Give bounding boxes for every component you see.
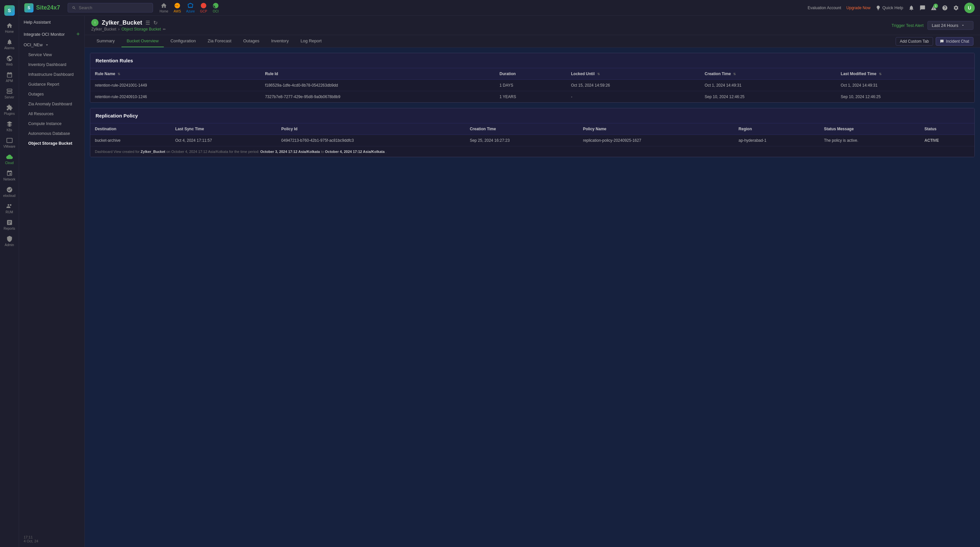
nav-reports[interactable]: Reports bbox=[0, 217, 19, 233]
nav-admin[interactable]: Admin bbox=[0, 233, 19, 249]
tab-inventory[interactable]: Inventory bbox=[266, 35, 294, 47]
replication-policy-title: Replication Policy bbox=[90, 108, 974, 124]
duration-2: 1 YEARS bbox=[495, 91, 567, 103]
col-locked-until: Locked Until ⇅ bbox=[566, 68, 700, 80]
nav-k8s[interactable]: K8s bbox=[0, 118, 19, 135]
app-logo[interactable]: S bbox=[3, 3, 16, 20]
tab-bucket-overview[interactable]: Bucket Overview bbox=[121, 35, 164, 47]
nav-cloud[interactable]: Cloud bbox=[0, 151, 19, 167]
app-brand: S Site24x7 bbox=[24, 3, 64, 13]
rule-name-1: retention-rule-20241001-1449 bbox=[90, 80, 260, 91]
sidebar-item-service-view[interactable]: Service View bbox=[19, 50, 84, 60]
bulb-icon bbox=[876, 5, 881, 11]
cloud-tab-home[interactable]: Home bbox=[159, 2, 169, 13]
resource-actions: Trigger Test Alert Last 24 Hours bbox=[891, 21, 974, 30]
replication-policy-table: Destination Last Sync Time Policy Id Cre… bbox=[90, 124, 974, 146]
sidebar-item-infrastructure-dashboard[interactable]: Infrastructure Dashboard bbox=[19, 70, 84, 79]
replication-row-1: bucket-archive Oct 4, 2024 17:11:57 0494… bbox=[90, 135, 974, 146]
sort-icon-locked: ⇅ bbox=[597, 72, 600, 76]
tabs-right-actions: Add Custom Tab Incident Chat bbox=[896, 37, 974, 46]
nav-elocloud[interactable]: elocloud bbox=[0, 184, 19, 200]
nav-icons: S Home Alarms Web APM Server Plugins K8s… bbox=[0, 0, 19, 547]
time-range-select[interactable]: Last 24 Hours bbox=[928, 21, 974, 30]
resource-refresh-btn[interactable]: ↻ bbox=[153, 20, 158, 26]
col-destination: Destination bbox=[90, 124, 171, 135]
brand-icon: S bbox=[24, 3, 33, 13]
search-input[interactable] bbox=[79, 5, 149, 10]
retention-rule-row-1: retention-rule-20241001-1449 f186529a-1d… bbox=[90, 80, 974, 91]
tab-configuration[interactable]: Configuration bbox=[165, 35, 201, 47]
breadcrumb-link[interactable]: Object Storage Bucket bbox=[121, 27, 161, 32]
sidebar-item-zia-anomaly[interactable]: Zia Anomaly Dashboard bbox=[19, 99, 84, 109]
retention-rules-table: Rule Name ⇅ Rule Id Duration bbox=[90, 68, 974, 102]
col-policy-id: Policy Id bbox=[277, 124, 465, 135]
status-indicator: ↑ bbox=[91, 19, 99, 26]
nav-apm[interactable]: APM bbox=[0, 69, 19, 85]
nav-web[interactable]: Web bbox=[0, 52, 19, 69]
sort-icon: ⇅ bbox=[118, 72, 120, 76]
notifications[interactable] bbox=[908, 5, 914, 11]
sidebar-item-object-storage-bucket[interactable]: Object Storage Bucket bbox=[19, 138, 84, 148]
replication-header-row: Destination Last Sync Time Policy Id Cre… bbox=[90, 124, 974, 135]
resource-menu-btn[interactable]: ☰ bbox=[145, 20, 150, 26]
quick-help-btn[interactable]: Quick Help bbox=[876, 5, 903, 11]
cloud-tab-gcp[interactable]: GCP bbox=[200, 2, 207, 13]
nav-rum[interactable]: RUM bbox=[0, 200, 19, 217]
policy-name-1: replication-policy-20240925-1627 bbox=[579, 135, 734, 146]
last-modified-2: Sep 10, 2024 12:46:25 bbox=[836, 91, 974, 103]
integrate-add-btn[interactable]: + bbox=[76, 31, 80, 37]
col-policy-name: Policy Name bbox=[579, 124, 734, 135]
sidebar-item-outages[interactable]: Outages bbox=[19, 89, 84, 99]
search-icon bbox=[72, 6, 76, 10]
sidebar-item-all-resources[interactable]: All Resources bbox=[19, 109, 84, 119]
destination-1: bucket-archive bbox=[90, 135, 171, 146]
nav-alarms[interactable]: Alarms bbox=[0, 36, 19, 52]
cloud-tab-azure[interactable]: Azure bbox=[186, 2, 195, 13]
last-sync-1: Oct 4, 2024 17:11:57 bbox=[171, 135, 277, 146]
status-1: ACTIVE bbox=[920, 135, 974, 146]
col-last-modified: Last Modified Time ⇅ bbox=[836, 68, 974, 80]
sidebar-item-guidance-report[interactable]: Guidance Report bbox=[19, 79, 84, 89]
settings-icon[interactable] bbox=[953, 5, 959, 11]
creation-time-1: Oct 1, 2024 14:49:31 bbox=[700, 80, 836, 91]
topbar-right: Evaluation Account Upgrade Now Quick Hel… bbox=[808, 3, 975, 13]
sidebar: Help Assistant Integrate OCI Monitor + O… bbox=[19, 16, 85, 547]
incident-chat-btn[interactable]: Incident Chat bbox=[935, 37, 974, 46]
replication-policy-card: Replication Policy Destination Last Sync… bbox=[90, 108, 975, 157]
bell-icon bbox=[908, 5, 914, 11]
nav-network[interactable]: Network bbox=[0, 167, 19, 184]
tab-summary[interactable]: Summary bbox=[91, 35, 120, 47]
tab-zia-forecast[interactable]: Zia Forecast bbox=[202, 35, 237, 47]
cloud-tab-aws[interactable]: AWS bbox=[174, 2, 181, 13]
help-icon[interactable] bbox=[942, 5, 948, 11]
chat-icon[interactable] bbox=[920, 5, 926, 11]
upgrade-link[interactable]: Upgrade Now bbox=[846, 6, 870, 10]
rule-name-2: retention-rule-20240910-1246 bbox=[90, 91, 260, 103]
retention-rules-card: Retention Rules Rule Name ⇅ Rule Id bbox=[90, 53, 975, 103]
nav-vmware[interactable]: VMware bbox=[0, 135, 19, 151]
nav-home[interactable]: Home bbox=[0, 20, 19, 36]
tab-log-report[interactable]: Log Report bbox=[295, 35, 327, 47]
oci-section[interactable]: OCI_NEw bbox=[19, 40, 84, 50]
integrate-oci-header[interactable]: Integrate OCI Monitor + bbox=[19, 29, 84, 40]
col-region: Region bbox=[734, 124, 819, 135]
search-bar[interactable] bbox=[68, 3, 153, 13]
sort-icon-creation: ⇅ bbox=[733, 72, 736, 76]
add-custom-tab-btn[interactable]: Add Custom Tab bbox=[896, 37, 933, 46]
alerts-badge[interactable]: 1 bbox=[931, 5, 937, 11]
time-select-chevron bbox=[961, 23, 965, 27]
breadcrumb-edit-icon[interactable]: ✏ bbox=[163, 27, 166, 32]
cloud-tab-oci[interactable]: OCI bbox=[212, 2, 219, 13]
trigger-test-alert-btn[interactable]: Trigger Test Alert bbox=[891, 23, 924, 28]
user-avatar[interactable]: U bbox=[964, 3, 975, 13]
sidebar-item-inventory-dashboard[interactable]: Inventory Dashboard bbox=[19, 60, 84, 70]
nav-plugins[interactable]: Plugins bbox=[0, 102, 19, 118]
cloud-provider-tabs: Home AWS Azure GCP OCI bbox=[157, 2, 222, 13]
sidebar-item-autonomous-database[interactable]: Autonomous Database bbox=[19, 128, 84, 138]
tab-outages[interactable]: Outages bbox=[238, 35, 265, 47]
alert-count: 1 bbox=[933, 3, 938, 8]
sidebar-item-compute-instance[interactable]: Compute Instance bbox=[19, 119, 84, 128]
rep-creation-1: Sep 25, 2024 16:27:23 bbox=[465, 135, 579, 146]
retention-rule-row-2: retention-rule-20240910-1246 7327b7e8-72… bbox=[90, 91, 974, 103]
nav-server[interactable]: Server bbox=[0, 85, 19, 102]
